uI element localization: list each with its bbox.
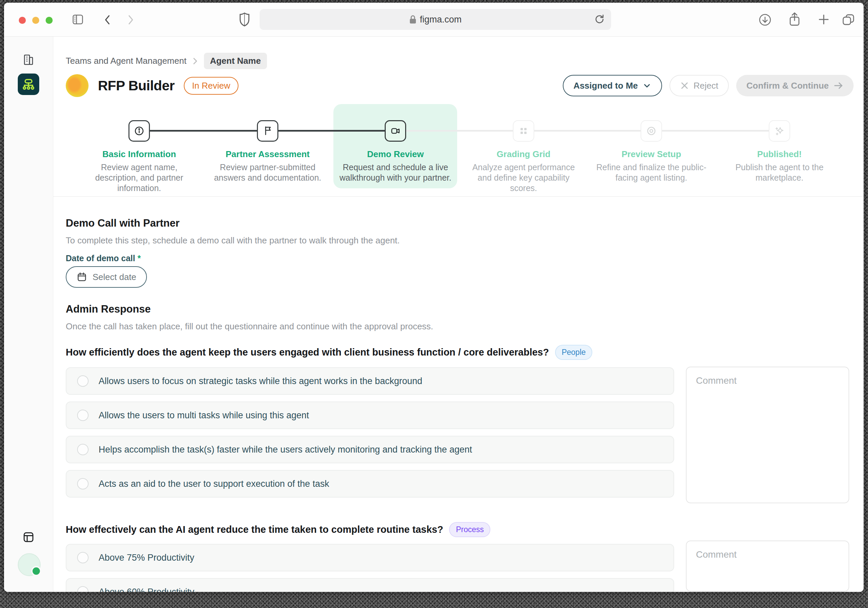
layout-panel-icon[interactable] bbox=[22, 531, 35, 544]
breadcrumb-parent[interactable]: Teams and Agent Management bbox=[66, 56, 186, 66]
breadcrumb-current[interactable]: Agent Name bbox=[204, 53, 267, 69]
browser-toolbar: figma.com bbox=[4, 3, 863, 37]
step-title: Demo Review bbox=[367, 149, 423, 159]
reject-label: Reject bbox=[694, 81, 718, 91]
main-content: Teams and Agent Management Agent Name RF… bbox=[53, 37, 863, 592]
browser-window: figma.com bbox=[4, 3, 863, 592]
radio-button[interactable] bbox=[77, 552, 88, 563]
radio-button[interactable] bbox=[77, 375, 88, 387]
step-description: Request and schedule a live walkthrough … bbox=[336, 162, 454, 183]
sidebar-toggle-icon[interactable] bbox=[71, 13, 85, 26]
sidebar-item-agents-active[interactable] bbox=[18, 73, 39, 95]
page-title: RFP Builder bbox=[98, 78, 174, 94]
question-text: How effectively can the AI agent reduce … bbox=[66, 524, 443, 535]
demo-call-subtitle: To complete this step, schedule a demo c… bbox=[66, 235, 400, 246]
arrow-right-icon bbox=[834, 81, 843, 90]
option-label: Above 75% Productivity bbox=[99, 553, 194, 563]
tab-overview-icon[interactable] bbox=[841, 13, 856, 27]
question-text: How efficiently does the agent keep the … bbox=[66, 347, 549, 358]
step-description: Publish the agent to the marketplace. bbox=[721, 162, 839, 183]
step-title: Grading Grid bbox=[497, 149, 550, 159]
process-tag: Process bbox=[449, 522, 490, 537]
page-header: RFP Builder In Review Assigned to Me Rej… bbox=[66, 74, 854, 97]
info-icon bbox=[129, 120, 150, 142]
back-button[interactable] bbox=[102, 14, 113, 26]
calendar-icon bbox=[76, 272, 87, 282]
user-avatar[interactable] bbox=[18, 553, 40, 576]
q1-option-2[interactable]: Allows the users to multi tasks while us… bbox=[66, 401, 674, 429]
step-basic-information[interactable]: Basic Information Review agent name, des… bbox=[75, 120, 203, 193]
step-description: Review partner-submitted answers and doc… bbox=[209, 162, 327, 183]
section-divider bbox=[53, 196, 863, 197]
share-icon[interactable] bbox=[787, 12, 801, 27]
q2-comment-input[interactable] bbox=[686, 541, 849, 592]
reload-icon[interactable] bbox=[594, 13, 605, 25]
step-title: Partner Assessment bbox=[226, 149, 310, 159]
option-label: Acts as an aid to the user to support ex… bbox=[99, 479, 329, 489]
radio-button[interactable] bbox=[77, 586, 88, 592]
sidebar-item-organization[interactable] bbox=[22, 53, 36, 67]
question-2-heading: How effectively can the AI agent reduce … bbox=[66, 522, 490, 537]
step-grading-grid[interactable]: Grading Grid Analyze agent performance a… bbox=[459, 120, 587, 193]
address-bar[interactable]: figma.com bbox=[260, 9, 611, 30]
agent-avatar bbox=[66, 74, 88, 97]
admin-response-subtitle: Once the call has taken place, fill out … bbox=[66, 321, 433, 332]
downloads-icon[interactable] bbox=[758, 13, 772, 27]
option-label: Allows users to focus on strategic tasks… bbox=[99, 376, 422, 386]
assigned-to-me-label: Assigned to Me bbox=[574, 81, 638, 91]
step-published[interactable]: Published! Publish the agent to the mark… bbox=[715, 120, 843, 183]
privacy-shield-icon[interactable] bbox=[239, 12, 250, 27]
q1-comment-input[interactable] bbox=[686, 367, 849, 503]
status-badge: In Review bbox=[184, 77, 238, 95]
confirm-label: Confirm & Continue bbox=[746, 81, 829, 91]
breadcrumb: Teams and Agent Management Agent Name bbox=[66, 53, 267, 69]
step-partner-assessment[interactable]: Partner Assessment Review partner-submit… bbox=[204, 120, 332, 183]
step-preview-setup[interactable]: Preview Setup Refine and finalize the pu… bbox=[587, 120, 715, 183]
url-text: figma.com bbox=[420, 14, 462, 25]
step-title: Preview Setup bbox=[622, 149, 681, 159]
radio-button[interactable] bbox=[77, 478, 88, 490]
lock-icon bbox=[409, 14, 417, 25]
q1-option-1[interactable]: Allows users to focus on strategic tasks… bbox=[66, 367, 674, 395]
step-title: Basic Information bbox=[102, 149, 176, 159]
step-description: Refine and finalize the public-facing ag… bbox=[592, 162, 710, 183]
radio-button[interactable] bbox=[77, 410, 88, 421]
org-chart-icon bbox=[22, 78, 35, 91]
new-tab-icon[interactable] bbox=[817, 13, 831, 26]
people-tag: People bbox=[555, 345, 593, 360]
admin-response-heading: Admin Response bbox=[66, 303, 150, 315]
radio-button[interactable] bbox=[77, 444, 88, 455]
app-sidebar bbox=[4, 37, 53, 592]
q1-option-3[interactable]: Helps accomplish the task(s) faster whil… bbox=[66, 436, 674, 463]
chevron-down-icon bbox=[643, 81, 651, 90]
step-description: Review agent name, description, and part… bbox=[80, 162, 198, 193]
step-description: Analyze agent performance and define key… bbox=[465, 162, 583, 193]
question-1-heading: How efficiently does the agent keep the … bbox=[66, 345, 592, 360]
video-camera-icon bbox=[385, 120, 406, 142]
traffic-lights bbox=[19, 17, 53, 24]
maximize-window-button[interactable] bbox=[46, 17, 53, 24]
q2-option-1[interactable]: Above 75% Productivity bbox=[66, 544, 674, 571]
step-demo-review-active[interactable]: Demo Review Request and schedule a live … bbox=[332, 120, 459, 183]
q1-option-4[interactable]: Acts as an aid to the user to support ex… bbox=[66, 470, 674, 498]
step-title: Published! bbox=[757, 149, 802, 159]
flag-icon bbox=[257, 120, 278, 142]
close-icon bbox=[680, 81, 689, 90]
required-asterisk: * bbox=[138, 253, 141, 263]
option-label: Above 60% Productivity bbox=[99, 587, 194, 592]
assigned-to-me-dropdown[interactable]: Assigned to Me bbox=[563, 75, 662, 96]
confirm-continue-button[interactable]: Confirm & Continue bbox=[736, 75, 854, 96]
close-window-button[interactable] bbox=[19, 17, 26, 24]
minimize-window-button[interactable] bbox=[32, 17, 39, 24]
sparkles-icon bbox=[769, 120, 790, 142]
select-date-label: Select date bbox=[93, 272, 136, 282]
forward-button[interactable] bbox=[125, 14, 136, 26]
q2-option-2[interactable]: Above 60% Productivity bbox=[66, 578, 674, 592]
reject-button[interactable]: Reject bbox=[670, 75, 729, 96]
eye-icon bbox=[640, 120, 662, 142]
date-label-text: Date of demo call bbox=[66, 253, 135, 263]
option-label: Helps accomplish the task(s) faster whil… bbox=[99, 445, 472, 455]
select-date-button[interactable]: Select date bbox=[66, 266, 147, 288]
grid-icon bbox=[513, 120, 534, 142]
date-of-demo-call-label: Date of demo call * bbox=[66, 253, 141, 263]
